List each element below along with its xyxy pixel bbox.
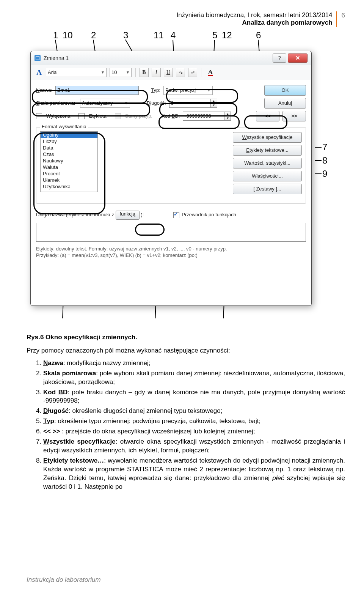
dialog-title: Zmienna 1 [44, 55, 69, 61]
intro-text: Przy pomocy oznaczonych pól można wykona… [27, 346, 345, 355]
figure-caption: Rys.6 Okno specyfikacji zmiennych. [27, 334, 345, 341]
all-specs-button[interactable]: Wszystkie specyfikacje [233, 132, 302, 143]
font-size-combo[interactable]: 10▼ [110, 68, 132, 77]
function-button[interactable]: funkcją [116, 211, 140, 220]
subscript-button[interactable]: ×₂ [176, 68, 185, 77]
description-list: Nazwa: modyfikacja nazwy zmiennej; Skala… [27, 359, 345, 491]
long-name-textarea[interactable] [36, 223, 306, 242]
format-listbox[interactable]: Ogólny Liczby Data Czas Naukowy Waluta P… [40, 131, 98, 192]
name-input[interactable]: Zmn1 [55, 86, 139, 95]
page-footer: Instrukcja do laboratorium [27, 576, 101, 584]
page-header: Inżynieria biomedyczna, I rok, semestr l… [176, 11, 337, 27]
annot-1: 1 [53, 30, 58, 41]
next-var-button[interactable]: >> [282, 111, 306, 121]
list-item: Nazwa: modyfikacja nazwy zmiennej; [43, 359, 345, 368]
label-checkbox[interactable] [78, 113, 85, 119]
font-dialog-icon[interactable]: A [35, 68, 43, 77]
list-item: Etykiety tekstowe…: wywołanie menedżera … [43, 457, 345, 491]
underline-button[interactable]: U [164, 68, 173, 77]
long-name-label: Długa nazwa (etykieta lub formuła z [36, 212, 114, 217]
italic-button[interactable]: I [152, 68, 161, 77]
length-label: Długość: [147, 100, 166, 106]
sets-button[interactable]: [ Zestawy ]... [233, 184, 302, 194]
font-color-button[interactable]: A [205, 69, 216, 76]
properties-button[interactable]: Właściwości... [233, 171, 302, 181]
format-group-title: Format wyświetlania [40, 124, 88, 129]
list-item: Kod BD: pole braku danych – gdy w danej … [43, 388, 345, 406]
length-spinner[interactable]: 8 ▲▼ [169, 99, 217, 108]
page-number: 6 [337, 11, 345, 19]
list-item: Typ: określenie typu zmiennej: podwójna … [43, 417, 345, 426]
values-stats-button[interactable]: Wartości, statystyki... [233, 158, 302, 168]
name-label: Nazwa: [36, 87, 52, 93]
function-guide-checkbox[interactable] [173, 212, 179, 218]
list-item: Długość: określenie długości danej zmien… [43, 407, 345, 416]
type-combo[interactable]: Podw. precyzj▼ [163, 86, 213, 95]
annot-12: 12 [222, 30, 232, 41]
annot-3: 3 [123, 30, 128, 41]
variable-spec-dialog: Zmienna 1 ? ✕ A Arial▼ 10▼ B I U ×₂ ×² A [30, 51, 312, 306]
md-label: Kod BD: [162, 113, 180, 119]
annot-4: 4 [171, 30, 176, 41]
prev-var-button[interactable]: << [256, 111, 279, 121]
annot-7: 7 [322, 142, 327, 153]
formula-hint: Etykiety: dowolny tekst. Formuły: używaj… [36, 246, 306, 259]
list-item: Wszystkie specyfikacje: otwarcie okna sp… [43, 438, 345, 455]
annot-9: 9 [322, 168, 327, 179]
figure: 1 2 3 4 5 6 10 11 12 7 8 9 Zmienn [19, 30, 353, 330]
bold-button[interactable]: B [140, 68, 149, 77]
annot-11: 11 [154, 30, 164, 41]
annot-5: 5 [212, 30, 217, 41]
close-button[interactable]: ✕ [288, 54, 308, 63]
list-item: << >> : przejście do okna specyfikacji w… [43, 427, 345, 436]
superscript-button[interactable]: ×² [188, 68, 197, 77]
font-family-combo[interactable]: Arial▼ [46, 68, 107, 77]
ok-button[interactable]: OK [264, 85, 306, 96]
disabled-checkbox[interactable] [36, 113, 42, 119]
scale-combo[interactable]: Automatyczny▼ [80, 99, 130, 108]
type-label: Typ: [151, 87, 160, 93]
text-labels-button[interactable]: Etykiety tekstowe... [233, 145, 302, 156]
scale-label: Skala pomiarowa: [36, 100, 77, 106]
annot-8: 8 [322, 155, 327, 166]
annot-10: 10 [63, 30, 73, 41]
cancel-button[interactable]: Anuluj [264, 98, 306, 109]
case-states-checkbox [115, 113, 121, 119]
dialog-icon [35, 55, 41, 61]
annot-2: 2 [91, 30, 96, 41]
help-button[interactable]: ? [273, 54, 286, 63]
md-spinner[interactable]: -999999998 ▲▼ [183, 112, 231, 121]
list-item: Skala pomiarowa: pole wyboru skali pomia… [43, 369, 345, 387]
annot-6: 6 [256, 30, 261, 41]
